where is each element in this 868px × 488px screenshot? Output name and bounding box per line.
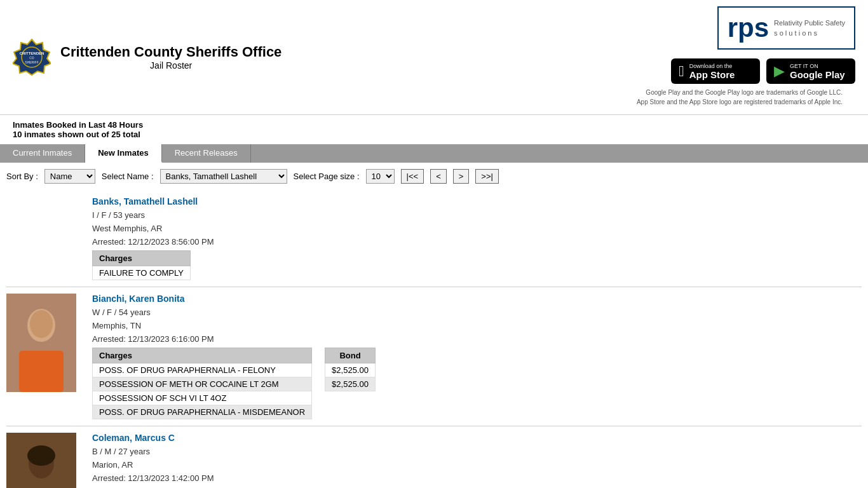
tab-recent-releases[interactable]: Recent Releases	[162, 144, 251, 163]
disclaimer-line1: Google Play and the Google Play logo are…	[637, 88, 843, 97]
sort-select[interactable]: Name Date Location	[44, 169, 95, 184]
inmate-demographics-banks: I / F / 53 years	[92, 210, 862, 220]
inmate-location-bianchi: Memphis, TN	[92, 321, 862, 330]
inmate-name-bianchi[interactable]: Bianchi, Karen Bonita	[92, 294, 184, 304]
svg-point-8	[30, 310, 53, 338]
svg-rect-7	[19, 351, 64, 392]
svg-text:CRITTENDEN: CRITTENDEN	[20, 51, 44, 55]
name-label: Select Name :	[102, 172, 154, 181]
rps-logo: rps Relativity Public Safety s o l u t i…	[717, 6, 855, 50]
svg-text:CO: CO	[29, 56, 34, 60]
inmate-record-bianchi: Bianchi, Karen Bonita W / F / 54 years M…	[6, 287, 862, 426]
inmate-name-banks[interactable]: Banks, Tamathell Lashell	[92, 196, 198, 207]
googleplay-bottom-text: Google Play	[790, 69, 845, 80]
charges-table-bianchi: Charges POSS. OF DRUG PARAPHERNALIA - FE…	[92, 348, 312, 419]
prev-page-button[interactable]: <	[430, 169, 447, 184]
sheriff-badge-icon: CRITTENDEN CO SHERIFF	[13, 38, 51, 76]
sort-label: Sort By :	[6, 172, 38, 181]
tab-current-inmates[interactable]: Current Inmates	[0, 144, 85, 163]
rps-letters: rps	[728, 13, 769, 43]
charge-row-bianchi-4: POSS. OF DRUG PARAPHERNALIA - MISDEMEANO…	[93, 405, 312, 419]
appstore-top-text: Download on the	[689, 63, 735, 69]
coleman-photo-svg	[6, 433, 76, 488]
site-title: Crittenden County Sheriffs Office	[60, 44, 281, 60]
next-page-button[interactable]: >	[453, 169, 470, 184]
site-subtitle: Jail Roster	[60, 60, 281, 71]
page-title: Crittenden County Sheriffs Office Jail R…	[60, 44, 281, 71]
photo-placeholder-bianchi	[6, 294, 76, 392]
appstore-badge[interactable]:  Download on the App Store	[671, 58, 760, 84]
info-line2: 10 inmates shown out of 25 total	[13, 130, 855, 139]
inmate-info-bianchi: Bianchi, Karen Bonita W / F / 54 years M…	[92, 294, 862, 419]
first-page-button[interactable]: |<<	[401, 169, 424, 184]
appstore-bottom-text: App Store	[689, 69, 735, 80]
inmate-demographics-bianchi: W / F / 54 years	[92, 308, 862, 317]
inmate-info-banks: Banks, Tamathell Lashell I / F / 53 year…	[92, 196, 862, 280]
photo-placeholder-coleman	[6, 433, 76, 488]
googleplay-badge[interactable]: ▶ GET IT ON Google Play	[766, 58, 855, 84]
controls-bar: Sort By : Name Date Location Select Name…	[0, 163, 868, 190]
last-page-button[interactable]: >>|	[475, 169, 499, 184]
info-line1: Inmates Booked in Last 48 Hours	[13, 120, 855, 130]
rps-description: Relativity Public Safety s o l u t i o n…	[774, 18, 845, 39]
charge-row-bianchi-3: POSSESSION OF SCH VI LT 4OZ	[93, 391, 312, 405]
charge-row-bianchi-2: POSSESSION OF METH OR COCAINE LT 2GM	[93, 377, 312, 391]
inmate-arrested-coleman: Arrested: 12/13/2023 1:42:00 PM	[92, 473, 862, 483]
info-bar: Inmates Booked in Last 48 Hours 10 inmat…	[0, 115, 868, 144]
inmate-info-coleman: Coleman, Marcus C B / M / 27 years Mario…	[92, 433, 862, 488]
disclaimer-line2: App Store and the App Store logo are reg…	[637, 97, 843, 107]
bond-row-bianchi-1: $2,525.00	[325, 363, 376, 377]
charge-row-banks-1: FAILURE TO COMPLY	[93, 266, 191, 280]
tab-new-label: New Inmates	[98, 148, 148, 158]
inmate-location-coleman: Marion, AR	[92, 460, 862, 470]
apple-icon: 	[679, 62, 684, 80]
tab-current-label: Current Inmates	[13, 148, 72, 158]
tab-new-inmates[interactable]: New Inmates	[85, 144, 161, 163]
inmate-arrested-bianchi: Arrested: 12/13/2023 6:16:00 PM	[92, 334, 862, 344]
charges-header-banks: Charges	[93, 251, 191, 266]
svg-text:SHERIFF: SHERIFF	[25, 60, 38, 64]
bond-header-bianchi: Bond	[325, 348, 376, 363]
app-disclaimer: Google Play and the Google Play logo are…	[624, 86, 855, 108]
googleplay-icon: ▶	[774, 63, 785, 79]
tab-recent-label: Recent Releases	[175, 148, 238, 158]
tabs-container: Current Inmates New Inmates Recent Relea…	[0, 144, 868, 163]
inmate-photo-banks	[6, 196, 83, 280]
charges-container-bianchi: Charges POSS. OF DRUG PARAPHERNALIA - FE…	[92, 348, 862, 419]
charges-table-banks: Charges FAILURE TO COMPLY	[92, 250, 191, 280]
inmate-demographics-coleman: B / M / 27 years	[92, 447, 862, 456]
inmates-list: Banks, Tamathell Lashell I / F / 53 year…	[0, 190, 868, 488]
charges-container-banks: Charges FAILURE TO COMPLY	[92, 250, 862, 280]
charges-header-bianchi: Charges	[93, 348, 312, 363]
inmate-arrested-banks: Arrested: 12/12/2023 8:56:00 PM	[92, 237, 862, 247]
inmate-record-coleman: Coleman, Marcus C B / M / 27 years Mario…	[6, 426, 862, 488]
app-badges-container:  Download on the App Store ▶ GET IT ON …	[671, 58, 855, 84]
bond-table-bianchi: Bond $2,525.00 $2,525.00	[325, 348, 376, 391]
googleplay-top-text: GET IT ON	[790, 63, 845, 69]
page-size-label: Select Page size :	[294, 172, 360, 181]
inmate-photo-coleman	[6, 433, 83, 488]
charge-row-bianchi-1: POSS. OF DRUG PARAPHERNALIA - FELONY	[93, 363, 312, 377]
bianchi-photo-svg	[6, 294, 76, 392]
svg-point-11	[27, 445, 55, 466]
bond-row-bianchi-2: $2,525.00	[325, 377, 376, 391]
inmate-record-banks: Banks, Tamathell Lashell I / F / 53 year…	[6, 190, 862, 287]
inmate-location-banks: West Memphis, AR	[92, 224, 862, 233]
inmate-photo-bianchi	[6, 294, 83, 419]
inmate-name-coleman[interactable]: Coleman, Marcus C	[92, 433, 175, 443]
name-select[interactable]: Banks, Tamathell Lashell Bianchi, Karen …	[160, 169, 287, 184]
page-size-select[interactable]: 10 25 50	[366, 169, 395, 184]
